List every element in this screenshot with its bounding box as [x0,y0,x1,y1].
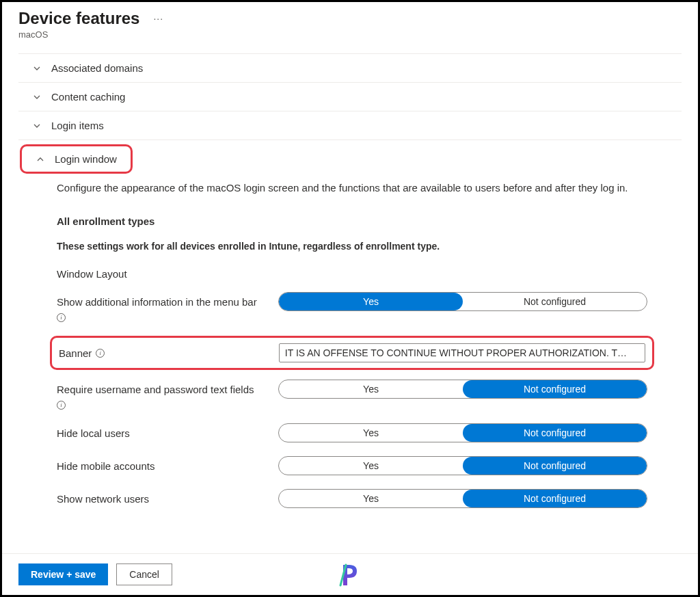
setting-label-text: Show network users [57,492,149,506]
setting-hide-mobile: Hide mobile accounts Yes Not configured [57,456,682,475]
setting-menu-bar-info: Show additional information in the menu … [57,292,682,322]
banner-highlight: Banner i [50,336,654,370]
login-window-body: Configure the appearance of the macOS lo… [18,174,682,508]
toggle-opt-yes[interactable]: Yes [279,457,463,475]
chevron-down-icon [32,92,42,102]
toggle-hide-local[interactable]: Yes Not configured [278,423,647,442]
section-label: Associated domains [51,62,143,74]
enrollment-note: These settings work for all devices enro… [57,241,682,252]
toggle-hide-mobile[interactable]: Yes Not configured [278,456,647,475]
chevron-up-icon [36,155,45,164]
setting-label-text: Hide mobile accounts [57,459,154,473]
more-icon[interactable]: ··· [153,13,163,24]
login-window-description: Configure the appearance of the macOS lo… [57,181,672,196]
setting-banner: Banner i [59,343,645,362]
toggle-menu-bar-info[interactable]: Yes Not configured [278,292,647,311]
toggle-opt-not-configured[interactable]: Not configured [463,457,647,475]
info-icon[interactable]: i [57,401,66,410]
enrollment-heading: All enrollment types [57,215,682,227]
section-label: Login items [51,120,104,131]
toggle-opt-yes[interactable]: Yes [279,293,463,310]
cancel-button[interactable]: Cancel [116,563,172,585]
toggle-opt-yes[interactable]: Yes [279,490,463,507]
brand-logo-icon [336,561,364,588]
banner-input[interactable] [279,343,645,362]
toggle-opt-not-configured[interactable]: Not configured [463,490,647,507]
review-save-button[interactable]: Review + save [18,563,108,585]
info-icon[interactable]: i [57,313,66,322]
window-layout-label: Window Layout [57,268,682,280]
section-login-window[interactable]: Login window [22,146,131,172]
toggle-opt-yes[interactable]: Yes [279,380,463,398]
page-title: Device features [18,9,139,28]
setting-show-network: Show network users Yes Not configured [57,489,682,508]
setting-label-text: Show additional information in the menu … [57,295,257,309]
page-subtitle: macOS [18,29,682,40]
toggle-opt-not-configured[interactable]: Not configured [463,380,647,398]
info-icon[interactable]: i [96,349,105,358]
toggle-opt-not-configured[interactable]: Not configured [463,293,647,310]
page-header: Device features ··· macOS [2,2,698,42]
section-login-items[interactable]: Login items [18,111,682,140]
toggle-require-user-pass[interactable]: Yes Not configured [278,380,647,399]
settings-sections: Associated domains Content caching Login… [2,42,698,508]
section-content-caching[interactable]: Content caching [18,82,682,111]
toggle-opt-yes[interactable]: Yes [279,424,463,442]
section-label: Login window [55,153,117,165]
section-associated-domains[interactable]: Associated domains [18,53,682,82]
setting-require-user-pass: Require username and password text field… [57,380,682,410]
section-label: Content caching [51,91,125,103]
setting-hide-local: Hide local users Yes Not configured [57,423,682,442]
setting-label-text: Require username and password text field… [57,382,254,397]
chevron-down-icon [32,121,42,131]
setting-label-text: Banner [59,346,92,360]
toggle-opt-not-configured[interactable]: Not configured [463,424,647,442]
setting-label-text: Hide local users [57,426,130,440]
chevron-down-icon [32,64,42,73]
toggle-show-network[interactable]: Yes Not configured [278,489,647,508]
